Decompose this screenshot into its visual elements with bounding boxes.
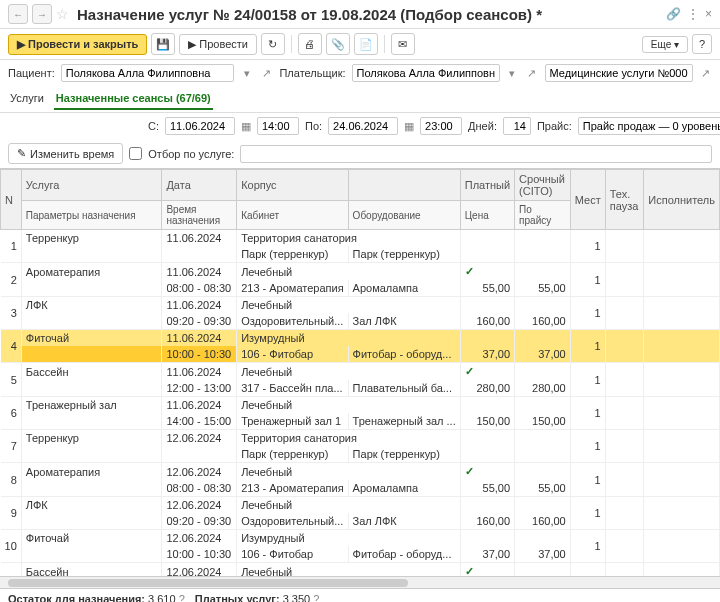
price-input[interactable] [578,117,720,135]
sessions-grid: N Услуга Дата Корпус Платный Срочный (CI… [0,169,720,576]
patient-label: Пациент: [8,67,55,79]
from-date-picker-icon[interactable]: ▦ [241,120,251,133]
back-button[interactable]: ← [8,4,28,24]
window-title: Назначение услуг № 24/00158 от 19.08.202… [77,6,662,23]
col-assign-time[interactable]: Время назначения [162,201,237,230]
save-button[interactable]: 💾 [151,33,175,55]
table-row[interactable]: 5Бассейн11.06.2024Лечебный✓1 [1,363,720,381]
mail-button[interactable]: ✉ [391,33,415,55]
payer-input[interactable] [352,64,500,82]
favorite-icon[interactable]: ☆ [56,6,69,22]
to-date-input[interactable] [328,117,398,135]
paid-label: Платных услуг: [195,593,280,602]
col-byprice[interactable]: По прайсу [515,201,571,230]
grid-scroll[interactable]: N Услуга Дата Корпус Платный Срочный (CI… [0,168,720,576]
filter-service-checkbox[interactable] [129,147,142,160]
patient-input[interactable] [61,64,235,82]
report-button[interactable]: 📄 [354,33,378,55]
menu-icon[interactable]: ⋮ [687,7,699,21]
remain-label: Остаток для назначения: [8,593,145,602]
table-row[interactable]: 6Тренажерный зал11.06.2024Лечебный1 [1,397,720,414]
col-urgent[interactable]: Срочный (CITO) [515,170,571,201]
days-input[interactable] [503,117,531,135]
to-label: По: [305,120,322,132]
table-row[interactable]: 8Ароматерапия12.06.2024Лечебный✓1 [1,463,720,481]
from-time-input[interactable] [257,117,299,135]
table-row[interactable]: 9ЛФК12.06.2024Лечебный1 [1,497,720,514]
col-n[interactable]: N [1,170,22,230]
to-date-picker-icon[interactable]: ▦ [404,120,414,133]
payer-open-icon[interactable]: ↗ [525,67,538,80]
horizontal-scrollbar[interactable] [0,576,720,588]
col-building[interactable]: Корпус [237,170,348,201]
col-equip[interactable]: Оборудование [348,201,460,230]
refresh-button[interactable]: ↻ [261,33,285,55]
close-icon[interactable]: × [705,7,712,21]
table-row[interactable]: 2Ароматерапия11.06.2024Лечебный✓1 [1,263,720,281]
table-row[interactable]: 11Бассейн12.06.2024Лечебный✓1 [1,563,720,577]
table-row[interactable]: 4Фиточай11.06.2024Изумрудный1 [1,330,720,347]
tab-sessions[interactable]: Назначенные сеансы (67/69) [54,88,213,110]
col-performer[interactable]: Исполнитель [644,170,720,230]
filter-service-label: Отбор по услуге: [148,148,234,160]
forward-button[interactable]: → [32,4,52,24]
col-equip-spacer [348,170,460,201]
post-and-close-button[interactable]: ▶ Провести и закрыть [8,34,147,55]
medservices-input[interactable] [545,64,693,82]
patient-open-icon[interactable]: ↗ [260,67,273,80]
col-room[interactable]: Кабинет [237,201,348,230]
col-tech-pause[interactable]: Тех. пауза [605,170,644,230]
post-button[interactable]: ▶ Провести [179,34,257,55]
table-row[interactable]: 10Фиточай12.06.2024Изумрудный1 [1,530,720,547]
help-button[interactable]: ? [692,34,712,54]
edit-time-button[interactable]: ✎ Изменить время [8,143,123,164]
to-time-input[interactable] [420,117,462,135]
print-button[interactable]: 🖨 [298,33,322,55]
patient-dropdown-icon[interactable]: ▾ [240,67,253,80]
attach-button[interactable]: 📎 [326,33,350,55]
col-date[interactable]: Дата [162,170,237,201]
remain-value: 3 610 [148,593,176,602]
col-price[interactable]: Цена [460,201,514,230]
link-icon[interactable]: 🔗 [666,7,681,21]
payer-dropdown-icon[interactable]: ▾ [506,67,519,80]
col-service[interactable]: Услуга [21,170,162,201]
col-paid[interactable]: Платный [460,170,514,201]
price-label: Прайс: [537,120,572,132]
table-row[interactable]: 3ЛФК11.06.2024Лечебный1 [1,297,720,314]
paid-value: 3 350 [283,593,311,602]
col-params[interactable]: Параметры назначения [21,201,162,230]
table-row[interactable]: 1Терренкур11.06.2024Территория санатория… [1,230,720,247]
more-button[interactable]: Еще ▾ [642,36,688,53]
tab-services[interactable]: Услуги [8,88,46,110]
filter-service-input[interactable] [240,145,712,163]
payer-label: Плательщик: [279,67,345,79]
days-label: Дней: [468,120,497,132]
table-row[interactable]: 7Терренкур12.06.2024Территория санатория… [1,430,720,447]
medservices-open-icon[interactable]: ↗ [699,67,712,80]
from-label: С: [148,120,159,132]
from-date-input[interactable] [165,117,235,135]
col-places[interactable]: Мест [570,170,605,230]
